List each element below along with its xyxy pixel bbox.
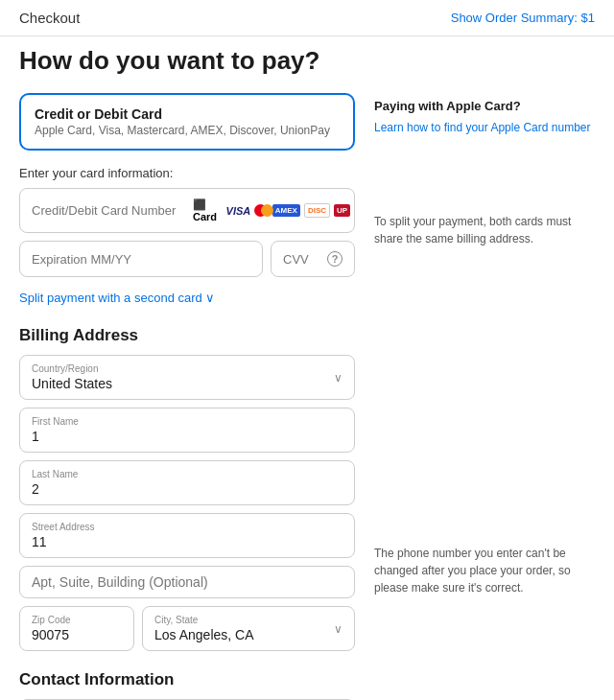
right-column: Paying with Apple Card? Learn how to fin… xyxy=(374,93,595,700)
last-name-input[interactable] xyxy=(32,481,342,497)
contact-section: Contact Information Email Address Phone … xyxy=(19,670,355,700)
expiry-cvv-row: ? xyxy=(19,241,355,277)
street-input[interactable] xyxy=(32,534,342,549)
country-field-content: Country/Region United States xyxy=(32,363,112,391)
first-name-field[interactable]: First Name xyxy=(19,408,355,453)
visa-icon: VISA xyxy=(226,205,251,217)
city-chevron-icon: ∨ xyxy=(334,622,342,636)
content-columns: Credit or Debit Card Apple Card, Visa, M… xyxy=(19,93,595,700)
chevron-down-icon: ∨ xyxy=(334,371,342,385)
card-info-label: Enter your card information: xyxy=(19,166,355,180)
unionpay-icon: UP xyxy=(334,204,350,217)
show-order-summary-button[interactable]: Show Order Summary: $1 xyxy=(451,11,595,25)
city-content: City, State Los Angeles, CA xyxy=(154,615,254,642)
zip-field[interactable]: Zip Code xyxy=(19,606,134,651)
discover-icon: DISC xyxy=(304,203,330,218)
checkout-header: Checkout Show Order Summary: $1 xyxy=(0,0,614,36)
expiry-input[interactable] xyxy=(19,241,263,277)
apple-card-learn-link[interactable]: Learn how to find your Apple Card number xyxy=(374,121,590,134)
first-name-label: First Name xyxy=(32,416,342,427)
zip-input[interactable] xyxy=(32,627,122,642)
mastercard-icon xyxy=(254,204,269,217)
card-number-field[interactable]: ⬛ Card VISA AMEX DISC UP xyxy=(19,188,355,233)
zip-city-row: Zip Code City, State Los Angeles, CA ∨ xyxy=(19,606,355,651)
country-field[interactable]: Country/Region United States ∨ xyxy=(19,355,355,400)
cvv-help-icon[interactable]: ? xyxy=(327,251,342,267)
last-name-field[interactable]: Last Name xyxy=(19,460,355,505)
split-payment-info: To split your payment, both cards must s… xyxy=(374,213,595,247)
header-title: Checkout xyxy=(19,10,80,26)
street-address-field[interactable]: Street Address xyxy=(19,513,355,558)
country-label: Country/Region xyxy=(32,363,112,374)
card-number-input[interactable] xyxy=(32,203,193,218)
cvv-input[interactable] xyxy=(283,252,321,267)
apple-card-info: Paying with Apple Card? Learn how to fin… xyxy=(374,97,595,136)
city-field[interactable]: City, State Los Angeles, CA ∨ xyxy=(142,606,355,651)
apt-field[interactable] xyxy=(19,566,355,598)
contact-title: Contact Information xyxy=(19,670,355,689)
amex-icon: AMEX xyxy=(272,204,300,217)
last-name-label: Last Name xyxy=(32,469,342,479)
payment-option-title: Credit or Debit Card xyxy=(35,106,340,122)
payment-option-subtitle: Apple Card, Visa, Mastercard, AMEX, Disc… xyxy=(35,124,340,137)
cvv-field-wrapper: ? xyxy=(271,241,355,277)
zip-label: Zip Code xyxy=(32,615,122,625)
page-title: How do you want to pay? xyxy=(19,46,595,76)
city-label: City, State xyxy=(154,615,254,625)
left-column: Credit or Debit Card Apple Card, Visa, M… xyxy=(19,93,355,700)
apt-input[interactable] xyxy=(32,574,342,590)
city-value: Los Angeles, CA xyxy=(154,627,254,642)
street-label: Street Address xyxy=(32,522,342,532)
billing-section: Billing Address Country/Region United St… xyxy=(19,326,355,651)
apple-card-info-title: Paying with Apple Card? xyxy=(374,97,595,116)
main-content: How do you want to pay? Credit or Debit … xyxy=(0,36,614,700)
phone-info-text: The phone number you enter can't be chan… xyxy=(374,545,595,596)
card-brand-icons: ⬛ Card VISA AMEX DISC UP xyxy=(193,198,350,222)
country-value: United States xyxy=(32,376,112,391)
first-name-input[interactable] xyxy=(32,429,342,444)
apple-card-icon: ⬛ Card xyxy=(193,198,223,222)
billing-title: Billing Address xyxy=(19,326,355,345)
split-payment-link[interactable]: Split payment with a second card ∨ xyxy=(19,291,215,305)
credit-debit-card-option[interactable]: Credit or Debit Card Apple Card, Visa, M… xyxy=(19,93,355,151)
